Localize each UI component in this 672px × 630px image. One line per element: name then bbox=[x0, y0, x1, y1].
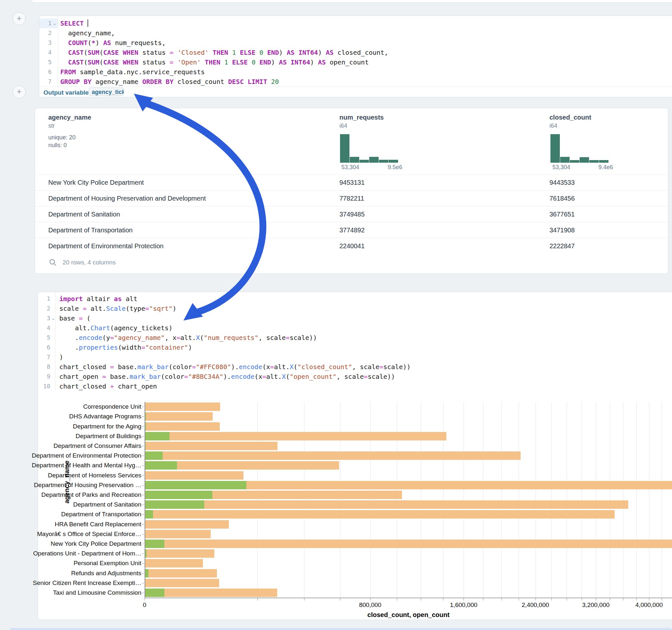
code-line: agency_name, bbox=[60, 28, 672, 38]
table-row-count: 20 rows, 4 columns bbox=[63, 259, 116, 266]
cell-num-requests: 2240041 bbox=[339, 242, 365, 250]
column-type-num-requests: i64 bbox=[339, 122, 347, 129]
cell-agency-name: Department of Transportation bbox=[48, 226, 133, 234]
code-line: ) bbox=[59, 352, 672, 362]
histogram-bar bbox=[589, 160, 599, 163]
column-stat-nulls: nulls: 0 bbox=[48, 142, 67, 149]
output-variable-pill[interactable]: agency_tickets bbox=[89, 88, 124, 96]
line-number: 2 bbox=[39, 29, 51, 36]
line-number: 10 bbox=[38, 383, 50, 390]
table-row[interactable]: Department of Sanitation37494853677651 bbox=[35, 206, 668, 222]
code-line: .encode(y="agency_name", x=alt.X("num_re… bbox=[59, 333, 672, 343]
line-number: 1 bbox=[38, 295, 50, 302]
line-number: 2 bbox=[38, 305, 50, 312]
sql-result-table: agency_name str unique: 20 nulls: 0 num_… bbox=[35, 108, 668, 274]
code-line: import altair as alt bbox=[59, 294, 672, 304]
line-number: 7 bbox=[38, 354, 50, 360]
closed-count-min-label: 53,304 bbox=[552, 164, 570, 171]
sql-cell: 1⌄SELECT 2 agency_name,3 COUNT(*) AS num… bbox=[39, 16, 672, 97]
code-line: FROM sample_data.nyc.service_requests bbox=[60, 67, 672, 77]
cell-closed-count: 7618456 bbox=[549, 195, 575, 202]
cell-closed-count: 9443533 bbox=[549, 179, 575, 186]
fold-chevron-icon[interactable]: ⌄ bbox=[52, 20, 57, 26]
cell-closed-count: 3471908 bbox=[549, 226, 575, 234]
line-number: 6 bbox=[39, 68, 51, 75]
line-number: 3 bbox=[38, 315, 50, 321]
histogram-bar bbox=[340, 134, 350, 163]
code-line: scale = alt.Scale(type="sqrt") bbox=[59, 304, 672, 313]
sql-output-variable-row: Output variable: agency_tickets bbox=[39, 87, 672, 98]
cell-agency-name: New York City Police Department bbox=[48, 179, 144, 186]
code-line: alt.Chart(agency_tickets) bbox=[59, 323, 672, 333]
python-gutter-divider bbox=[55, 292, 55, 390]
code-line: chart_open = base.mark_bar(color="#8BC34… bbox=[59, 372, 672, 382]
previous-cell-fragment bbox=[31, 0, 672, 3]
histogram-bar bbox=[360, 160, 369, 163]
output-variable-label: Output variable: bbox=[44, 89, 91, 96]
line-number: 5 bbox=[38, 334, 50, 341]
num-requests-histogram bbox=[340, 134, 398, 163]
column-header-agency-name[interactable]: agency_name bbox=[48, 114, 91, 121]
line-number: 4 bbox=[38, 324, 50, 331]
cell-agency-name: Department of Housing Preservation and D… bbox=[48, 195, 206, 202]
histogram-bar bbox=[379, 160, 388, 163]
column-type-agency-name: str bbox=[48, 122, 55, 129]
code-line: CAST(SUM(CASE WHEN status = 'Closed' THE… bbox=[60, 48, 672, 57]
code-line: SELECT bbox=[60, 19, 672, 28]
histogram-bar bbox=[350, 157, 359, 163]
python-cell: 1import altair as alt2scale = alt.Scale(… bbox=[38, 292, 672, 620]
code-line: .properties(width="container") bbox=[59, 343, 672, 352]
line-number: 7 bbox=[39, 78, 51, 85]
code-line: chart_closed + chart_open bbox=[59, 382, 672, 391]
histogram-bar bbox=[580, 157, 589, 163]
histogram-bar bbox=[550, 134, 560, 163]
cell-agency-name: Department of Environmental Protection bbox=[48, 242, 164, 250]
line-number: 3 bbox=[39, 39, 51, 46]
text-cursor bbox=[88, 20, 88, 27]
line-number: 1 bbox=[39, 20, 51, 27]
table-row[interactable]: New York City Police Department945313194… bbox=[35, 174, 668, 191]
column-stat-unique: unique: 20 bbox=[48, 134, 75, 141]
line-number: 6 bbox=[38, 344, 50, 350]
sql-gutter-divider bbox=[58, 16, 58, 87]
search-icon[interactable] bbox=[49, 259, 57, 266]
python-code-editor[interactable]: 1import altair as alt2scale = alt.Scale(… bbox=[38, 294, 672, 391]
table-row[interactable]: Department of Environmental Protection22… bbox=[35, 238, 668, 254]
add-cell-button-top[interactable]: + bbox=[13, 12, 26, 25]
line-number: 4 bbox=[39, 49, 51, 56]
cell-num-requests: 9453131 bbox=[339, 179, 365, 186]
column-header-num-requests[interactable]: num_requests bbox=[339, 114, 384, 121]
fold-chevron-icon[interactable]: ⌄ bbox=[51, 315, 55, 321]
table-footer: 20 rows, 4 columns bbox=[35, 254, 668, 274]
table-row[interactable]: Department of Transportation377489234719… bbox=[35, 222, 668, 238]
histogram-bar bbox=[599, 160, 608, 163]
cell-closed-count: 3677651 bbox=[549, 211, 575, 218]
code-line: COUNT(*) AS num_requests, bbox=[60, 38, 672, 48]
code-line: chart_closed = base.mark_bar(color="#FFC… bbox=[59, 362, 672, 372]
histogram-bar bbox=[389, 160, 398, 163]
num-requests-max-label: 9.5e6 bbox=[388, 164, 402, 171]
column-header-closed-count[interactable]: closed_count bbox=[549, 114, 591, 121]
table-row[interactable]: Department of Housing Preservation and D… bbox=[35, 190, 668, 207]
code-line: base = ( bbox=[59, 313, 672, 323]
histogram-bar bbox=[570, 160, 579, 163]
add-cell-button-mid[interactable]: + bbox=[13, 86, 26, 98]
code-line: GROUP BY agency_name ORDER BY closed_cou… bbox=[60, 77, 672, 87]
column-type-closed-count: i64 bbox=[549, 122, 557, 129]
cell-agency-name: Department of Sanitation bbox=[48, 211, 120, 218]
closed-count-histogram bbox=[550, 134, 608, 163]
cell-closed-count: 2222847 bbox=[549, 242, 575, 250]
histogram-bar bbox=[369, 157, 379, 163]
histogram-bar bbox=[560, 157, 570, 163]
line-number: 8 bbox=[38, 363, 50, 370]
next-cell-fragment bbox=[10, 628, 672, 630]
cell-num-requests: 7782211 bbox=[339, 195, 364, 202]
cell-num-requests: 3749485 bbox=[339, 211, 365, 218]
line-number: 5 bbox=[39, 59, 51, 66]
closed-count-max-label: 9.4e6 bbox=[598, 164, 613, 171]
code-line: CAST(SUM(CASE WHEN status = 'Open' THEN … bbox=[60, 57, 672, 67]
line-number: 9 bbox=[38, 373, 50, 380]
cell-num-requests: 3774892 bbox=[339, 226, 365, 234]
num-requests-min-label: 53,304 bbox=[341, 164, 359, 171]
